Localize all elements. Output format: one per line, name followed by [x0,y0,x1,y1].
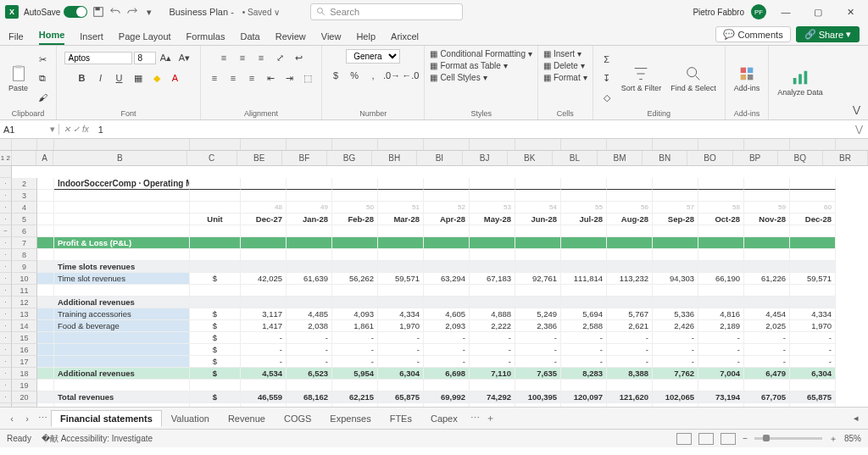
autosum-icon[interactable]: Σ [598,51,615,68]
fx-icon[interactable]: fx [82,125,89,134]
tab-view[interactable]: View [321,28,342,45]
decrease-font-icon[interactable]: A▾ [176,49,193,66]
italic-icon[interactable]: I [92,69,109,86]
tab-file[interactable]: File [8,28,24,45]
new-sheet-icon[interactable]: ＋ [484,412,498,424]
border-icon[interactable]: ▦ [130,69,147,86]
decrease-indent-icon[interactable]: ⇤ [262,69,279,86]
tab-insert[interactable]: Insert [80,28,103,45]
conditional-formatting[interactable]: ▦ Conditional Formatting ▾ [430,49,532,58]
column-headers[interactable]: 1 2 ABC BEBFBGBHBIBJBKBLBMBNBOBPBQBR [0,151,868,166]
sheet-more-icon[interactable]: ⋯ [36,413,49,424]
sheet-tab-revenue[interactable]: Revenue [219,410,275,427]
user-name[interactable]: Pietro Fabbro [693,8,744,17]
font-color-icon[interactable]: A [167,69,184,86]
orientation-icon[interactable]: ⤢ [271,49,288,66]
align-top-icon[interactable]: ≡ [215,49,232,66]
merge-icon[interactable]: ⬚ [299,69,316,86]
align-bottom-icon[interactable]: ≡ [253,49,270,66]
collapse-ribbon-icon[interactable]: ⋁ [848,101,865,118]
excel-icon: X [5,5,19,19]
page-layout-view-icon[interactable] [698,433,714,445]
save-icon[interactable] [92,6,104,18]
zoom-in-icon[interactable]: ＋ [829,433,837,445]
name-box[interactable]: A1▾ [0,124,59,135]
enter-formula-icon[interactable]: ✓ [73,125,80,134]
autosave-toggle[interactable] [64,6,87,18]
currency-icon[interactable]: $ [327,67,344,84]
expand-formula-icon[interactable]: ⋁ [850,124,868,135]
accessibility-status[interactable]: �献 Accessibility: Investigate [42,433,153,445]
insert-cells[interactable]: ▦ Insert ▾ [543,49,581,58]
format-cells[interactable]: ▦ Format ▾ [543,73,587,82]
sort-filter-button[interactable]: Sort & Filter [618,64,665,92]
format-as-table[interactable]: ▦ Format as Table ▾ [430,61,508,70]
sheet-tab-cogs[interactable]: COGS [275,410,320,427]
copy-icon[interactable]: ⧉ [34,70,51,87]
sheet-next-icon[interactable]: › [20,413,34,424]
fill-color-icon[interactable]: ◆ [148,69,165,86]
font-size[interactable] [134,52,156,64]
align-left-icon[interactable]: ≡ [206,69,223,86]
sheet-tab-capex[interactable]: Capex [421,410,467,427]
percent-icon[interactable]: % [346,67,363,84]
cancel-formula-icon[interactable]: ✕ [64,125,70,134]
font-name[interactable] [64,52,132,64]
delete-cells[interactable]: ▦ Delete ▾ [543,61,585,70]
zoom-slider[interactable] [754,437,822,440]
tab-arixcel[interactable]: Arixcel [391,28,419,45]
zoom-out-icon[interactable]: − [743,434,748,443]
share-button[interactable]: 🔗 Share ▾ [796,26,860,42]
search-input[interactable]: Search [310,3,463,20]
fill-icon[interactable]: ↧ [598,70,615,87]
sheet-tab-ftes[interactable]: FTEs [381,410,421,427]
maximize-button[interactable]: ▢ [805,3,831,20]
wrap-text-icon[interactable]: ↩ [290,49,307,66]
redo-icon[interactable] [126,6,138,18]
cell-styles[interactable]: ▦ Cell Styles ▾ [430,73,487,82]
comma-icon[interactable]: , [364,67,381,84]
undo-icon[interactable] [109,6,121,18]
align-right-icon[interactable]: ≡ [243,69,260,86]
tab-home[interactable]: Home [39,26,65,45]
saved-status[interactable]: • Saved ∨ [242,8,280,17]
minimize-button[interactable]: ― [773,3,798,20]
align-middle-icon[interactable]: ≡ [234,49,251,66]
paste-button[interactable]: Paste [5,64,31,92]
autosave[interactable]: AutoSave [24,6,87,18]
spreadsheet-grid[interactable]: 1 2 ABC BEBFBGBHBIBJBKBLBMBNBOBPBQBR ·2I… [0,139,868,407]
tab-data[interactable]: Data [240,28,259,45]
sheet-prev-icon[interactable]: ‹ [5,413,19,424]
sheet-tab-valuation[interactable]: Valuation [162,410,219,427]
analyze-data-button[interactable]: Analyze Data [774,69,826,97]
avatar[interactable]: PF [751,4,766,19]
increase-decimal-icon[interactable]: .0→ [383,67,400,84]
increase-indent-icon[interactable]: ⇥ [281,69,298,86]
increase-font-icon[interactable]: A▴ [158,49,175,66]
align-center-icon[interactable]: ≡ [225,69,242,86]
number-format[interactable]: General [346,49,400,64]
format-painter-icon[interactable]: 🖌 [34,89,51,106]
find-select-button[interactable]: Find & Select [667,64,720,92]
underline-icon[interactable]: U [111,69,128,86]
addins-button[interactable]: Add-ins [731,64,764,92]
sheet-tab-expenses[interactable]: Expenses [320,410,380,427]
page-break-view-icon[interactable] [721,433,736,445]
cut-icon[interactable]: ✂ [34,52,51,69]
tab-review[interactable]: Review [275,28,306,45]
formula-bar[interactable]: 1 [93,125,850,135]
qat-dropdown-icon[interactable]: ▾ [143,6,155,18]
comments-button[interactable]: 💬 Comments [715,26,790,42]
tab-page-layout[interactable]: Page Layout [119,28,171,45]
close-button[interactable]: ✕ [837,3,863,20]
sheet-menu-icon[interactable]: ⋯ [469,413,482,424]
tab-formulas[interactable]: Formulas [186,28,225,45]
normal-view-icon[interactable] [676,433,692,445]
bold-icon[interactable]: B [74,69,91,86]
clear-icon[interactable]: ◇ [598,90,615,107]
sheet-tab-financial-statements[interactable]: Financial statements [51,410,162,427]
decrease-decimal-icon[interactable]: ←.0 [402,67,419,84]
hscroll-left-icon[interactable]: ◂ [849,413,863,424]
zoom-level[interactable]: 85% [844,434,861,443]
tab-help[interactable]: Help [356,28,376,45]
